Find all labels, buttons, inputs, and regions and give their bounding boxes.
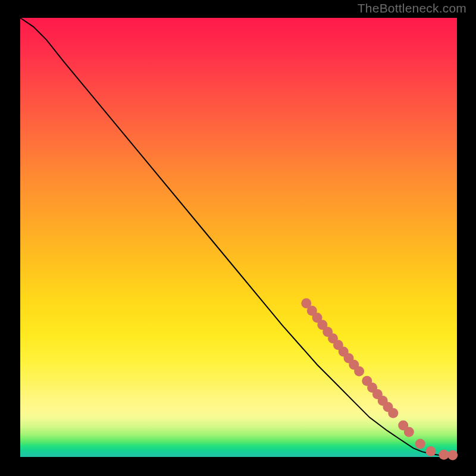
data-point bbox=[354, 367, 364, 377]
data-point bbox=[404, 427, 414, 437]
data-point bbox=[439, 450, 449, 460]
data-point bbox=[426, 446, 436, 456]
plot-area bbox=[20, 18, 457, 457]
marker-group bbox=[301, 298, 458, 460]
bottleneck-curve bbox=[20, 18, 457, 456]
chart-svg bbox=[20, 18, 457, 457]
watermark-text: TheBottleneck.com bbox=[358, 1, 466, 15]
chart-frame: TheBottleneck.com bbox=[0, 0, 476, 476]
data-point bbox=[447, 450, 458, 461]
data-point bbox=[388, 408, 398, 418]
data-point bbox=[415, 439, 425, 449]
